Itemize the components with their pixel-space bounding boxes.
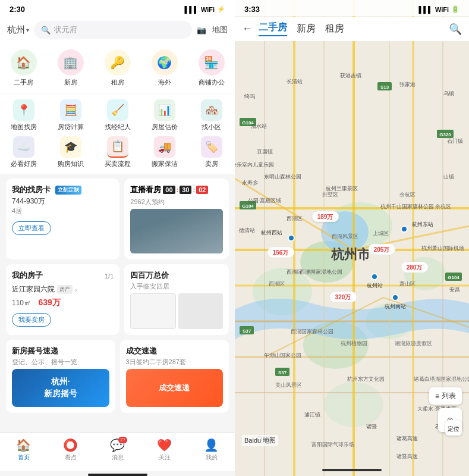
my-house-price: 744-930万 [12, 196, 114, 206]
back-button[interactable]: ← [242, 23, 253, 35]
map-container[interactable]: G104 G104 S13 G320 G104 S37 S37 杭州市 西湖风景… [235, 0, 469, 476]
chevron-icon: › [75, 286, 77, 293]
timer-m: 30 [180, 186, 191, 194]
svg-text:湘湖旅游度假区: 湘湖旅游度假区 [395, 340, 432, 346]
bottom-nav: 🏠 首页 ⭕ 看点 💬 77 消息 ❤️ 关注 👤 我的 [0, 433, 235, 471]
buy-know-icon: 🎓 [60, 136, 81, 158]
tab-new-house[interactable]: 新房 [297, 23, 316, 35]
card-my-house[interactable]: 我的找房卡 立刻定制 744-930万 4居 立即查看 [6, 178, 119, 259]
nav-hot[interactable]: ⭕ 看点 [63, 438, 78, 462]
shake-banner: 杭州· 新房摇号 [12, 369, 109, 407]
svg-text:杭州萧山国际机场: 杭州萧山国际机场 [421, 245, 464, 251]
nav-message[interactable]: 💬 77 消息 [110, 438, 125, 462]
map-find-icon: 📍 [13, 99, 34, 121]
svg-text:永寿乡: 永寿乡 [242, 180, 258, 186]
nav-label-rent: 租房 [111, 78, 124, 87]
room-img-2 [178, 293, 223, 329]
grid-item-estimate[interactable]: 📊 房屋估价 [146, 99, 184, 131]
my-property-page: 1/1 [105, 273, 114, 280]
grid-label-buy-know: 购房知识 [58, 159, 84, 168]
nav-item-new-house[interactable]: 🏢 新房 [53, 49, 89, 87]
grid-item-must-see[interactable]: ☁️ 必看好房 [5, 136, 43, 168]
grid-item-sell[interactable]: 🏷️ 卖房 [193, 136, 231, 168]
svg-text:G320: G320 [439, 132, 451, 137]
community-icon: 🏘️ [201, 99, 222, 121]
grid-item-calc[interactable]: 🧮 房贷计算 [52, 99, 90, 131]
search-button-right[interactable]: 🔍 [449, 23, 462, 36]
my-property-title: 我的房子 [12, 270, 43, 281]
my-house-btn[interactable]: 立即查看 [12, 221, 51, 235]
grid-item-map-find[interactable]: 📍 地图找房 [5, 99, 43, 131]
timer-h: 00 [163, 186, 175, 194]
nav-item-commercial[interactable]: 🏪 商铺办公 [194, 49, 229, 87]
svg-text:G104: G104 [448, 275, 459, 280]
nav-home[interactable]: 🏠 首页 [16, 438, 31, 462]
nav-item-second-hand[interactable]: 🏠 二手房 [6, 49, 42, 87]
card-shake[interactable]: 新房摇号速递 登记、公示、摇号一览 杭州· 新房摇号 [6, 340, 115, 413]
map-entry[interactable]: 地图 [212, 24, 228, 35]
four-million-title: 四百万总价 [130, 270, 223, 281]
card-deal[interactable]: 成交速递 3日签约二手房287套 成交速递 [120, 340, 229, 413]
list-button[interactable]: ≡ 列表 [429, 387, 462, 405]
nav-label-second-hand: 二手房 [14, 78, 33, 87]
grid-item-agent[interactable]: 🧹 找经纪人 [99, 99, 137, 131]
time-left: 2:30 [10, 5, 25, 14]
nav-item-overseas[interactable]: 🌍 海外 [147, 49, 182, 87]
svg-text:富阳国际气球乐场: 富阳国际气球乐场 [311, 441, 354, 447]
nav-item-rent[interactable]: 🔑 租房 [100, 49, 136, 87]
time-right: 3:33 [244, 5, 260, 14]
city-selector[interactable]: 杭州 ▾ [7, 24, 29, 36]
home-indicator [88, 474, 147, 476]
my-property-header: 我的房子 1/1 [12, 270, 114, 282]
sell-btn[interactable]: 我要卖房 [12, 313, 51, 327]
svg-text:G104: G104 [242, 203, 254, 209]
grid-label-process: 买卖流程 [105, 159, 131, 168]
nav-mine[interactable]: 👤 我的 [204, 438, 219, 462]
svg-text:长清站: 长清站 [287, 79, 303, 84]
camera-icon[interactable]: 📷 [197, 26, 206, 35]
process-icon: 📋 [107, 136, 128, 158]
grid-item-process[interactable]: 📋 买卖流程 [99, 136, 137, 168]
svg-text:杭州千山国家森林公园: 杭州千山国家森林公园 [380, 203, 434, 209]
svg-text:杭州兰里景区: 杭州兰里景区 [325, 186, 358, 192]
tab-second-hand[interactable]: 二手房 [259, 21, 287, 36]
grid-row-1: 📍 地图找房 🧮 房贷计算 🧹 找经纪人 📊 房屋估价 🏘️ 找小区 [0, 98, 235, 135]
home-icon: 🏠 [16, 438, 31, 452]
svg-text:山镇: 山镇 [443, 174, 454, 180]
status-icons-right: ▌▌▌ WiFi 🔋 [418, 5, 459, 13]
agent-icon: 🧹 [107, 99, 128, 121]
card-live[interactable]: 直播看房 00 : 30 : 02 2962人预约 [124, 178, 229, 259]
my-property-details: 110㎡ 639万 [12, 297, 114, 308]
nav-mine-label: 我的 [206, 453, 218, 462]
tab-rent[interactable]: 租房 [325, 23, 344, 35]
svg-text:205万: 205万 [374, 246, 391, 253]
svg-text:获港吉镇: 获港吉镇 [340, 73, 361, 79]
grid-label-must-see: 必看好房 [11, 159, 37, 168]
svg-text:西湖区: 西湖区 [287, 215, 303, 221]
svg-text:西湖国家森林公园: 西湖国家森林公园 [291, 328, 333, 334]
svg-text:S37: S37 [278, 370, 287, 375]
phone-right: G104 G104 S13 G320 G104 S37 S37 杭州市 西湖风景… [235, 0, 469, 476]
room-img-1 [130, 293, 176, 329]
card-four-million[interactable]: 四百万总价 入手临安四居 [124, 264, 229, 335]
svg-text:杭州东方文化园: 杭州东方文化园 [347, 376, 385, 382]
grid-item-buy-know[interactable]: 🎓 购房知识 [52, 136, 90, 168]
grid-row-2: ☁️ 必看好房 🎓 购房知识 📋 买卖流程 🚚 搬家保洁 🏷️ 卖房 [0, 135, 235, 172]
map-tabs: 二手房 新房 租房 [259, 21, 443, 36]
grid-label-sell: 卖房 [205, 159, 218, 168]
phone-left: 2:30 ▌▌▌ WiFi ⚡ 杭州 ▾ 🔍 状元府 📷 地图 🏠 二手房 🏢 … [0, 0, 235, 476]
deal-banner: 成交速递 [126, 369, 224, 407]
search-input-box[interactable]: 🔍 状元府 [34, 21, 192, 39]
svg-text:豆腐镇: 豆腐镇 [257, 149, 273, 155]
city-name: 杭州 [7, 24, 25, 36]
grid-item-community[interactable]: 🏘️ 找小区 [193, 99, 231, 131]
grid-item-moving[interactable]: 🚚 搬家保洁 [146, 136, 184, 168]
svg-text:午潮山国家公园: 午潮山国家公园 [264, 352, 301, 358]
nav-follow[interactable]: ❤️ 关注 [157, 438, 172, 462]
search-icon-left: 🔍 [41, 26, 51, 35]
nav-message-label: 消息 [112, 453, 124, 462]
follow-icon: ❤️ [157, 438, 172, 452]
cards-container: 我的找房卡 立刻定制 744-930万 4居 立即查看 直播看房 00 : 30… [0, 175, 235, 433]
svg-text:156万: 156万 [273, 249, 289, 256]
card-my-property[interactable]: 我的房子 1/1 近江家园六院 房产 › 110㎡ 639万 我要卖房 [6, 264, 119, 335]
